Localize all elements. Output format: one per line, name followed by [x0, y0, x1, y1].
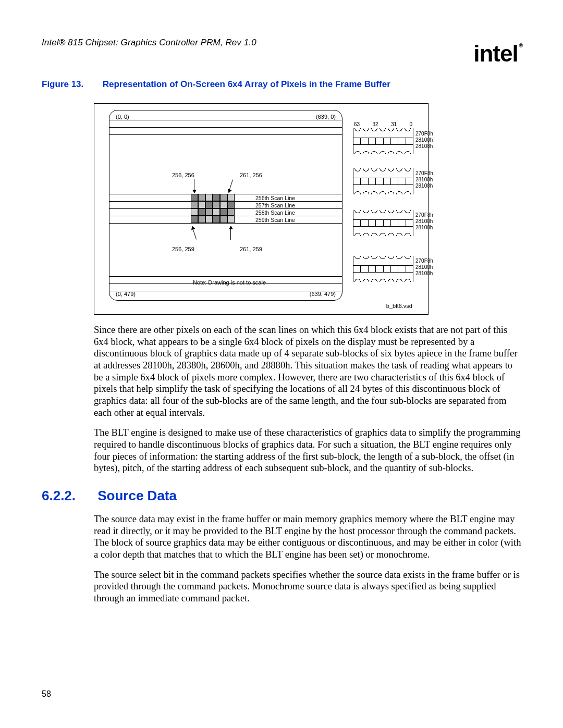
figure-13: 256th Scan Line 257th Scan Line 258th Sc…	[94, 103, 429, 315]
coord-label: 261, 259	[240, 246, 262, 252]
coord-label: (0, 0)	[116, 114, 129, 120]
body-paragraph: The BLT engine is designed to make use o…	[94, 427, 521, 474]
bit-label: 31	[391, 121, 397, 127]
intel-logo: intel®	[473, 41, 521, 67]
addr-label: 270F8h	[415, 258, 433, 264]
section-title: Source Data	[97, 488, 177, 503]
coord-label: 256, 256	[172, 172, 194, 178]
pixel-block	[191, 194, 235, 223]
coord-label: 261, 256	[240, 172, 262, 178]
page-number: 58	[42, 689, 51, 699]
body-paragraph: Since there are other pixels on each of …	[94, 324, 521, 418]
coord-label: (0, 479)	[116, 291, 136, 297]
running-header: Intel® 815 Chipset: Graphics Controller …	[42, 38, 521, 48]
bit-label: 32	[372, 121, 378, 127]
addr-label: 270F8h	[415, 212, 433, 218]
intel-logo-text: intel	[473, 41, 518, 66]
figure-caption: Figure 13. Representation of On-Screen 6…	[42, 79, 521, 90]
addr-label: 28108h	[415, 225, 433, 231]
bit-label: 0	[409, 121, 412, 127]
scanline-label: 257th Scan Line	[255, 202, 295, 208]
addr-label: 270F8h	[415, 131, 433, 137]
coord-label: (639, 479)	[310, 291, 336, 297]
figure-note: Note: Drawing is not to scale	[193, 279, 266, 286]
addr-label: 28100h	[415, 137, 433, 143]
body-paragraph: The source data may exist in the frame b…	[94, 513, 521, 561]
addr-label: 28108h	[415, 270, 433, 277]
memory-diagram: 270F8h 28100h 28108h	[353, 256, 413, 282]
addr-label: 28100h	[415, 218, 433, 225]
section-heading: 6.2.2. Source Data	[42, 488, 521, 504]
addr-label: 28108h	[415, 143, 433, 150]
addr-label: 270F8h	[415, 170, 433, 177]
addr-label: 28108h	[415, 183, 433, 189]
scanline-label: 256th Scan Line	[255, 195, 295, 201]
scanline-label: 258th Scan Line	[255, 209, 295, 216]
memory-diagram: 270F8h 28100h 28108h	[353, 168, 413, 194]
registered-icon: ®	[519, 43, 522, 48]
figure-label: Figure 13.	[42, 79, 100, 90]
figure-filename: b_blt6.vsd	[386, 303, 412, 309]
body-paragraph: The source select bit in the command pac…	[94, 569, 521, 604]
figure-title: Representation of On-Screen 6x4 Array of…	[103, 79, 390, 89]
section-number: 6.2.2.	[42, 488, 94, 504]
scanline-label: 259th Scan Line	[255, 217, 295, 223]
coord-label: 256, 259	[172, 246, 194, 252]
addr-label: 28100h	[415, 177, 433, 183]
memory-diagram: 63 32 31 0 270F8h 28100h 28108h	[353, 121, 413, 154]
screen-rect: 256th Scan Line 257th Scan Line 258th Sc…	[109, 110, 342, 301]
coord-label: (639, 0)	[316, 114, 336, 120]
memory-diagram: 270F8h 28100h 28108h	[353, 210, 413, 236]
addr-label: 28100h	[415, 264, 433, 270]
bit-label: 63	[354, 121, 360, 127]
